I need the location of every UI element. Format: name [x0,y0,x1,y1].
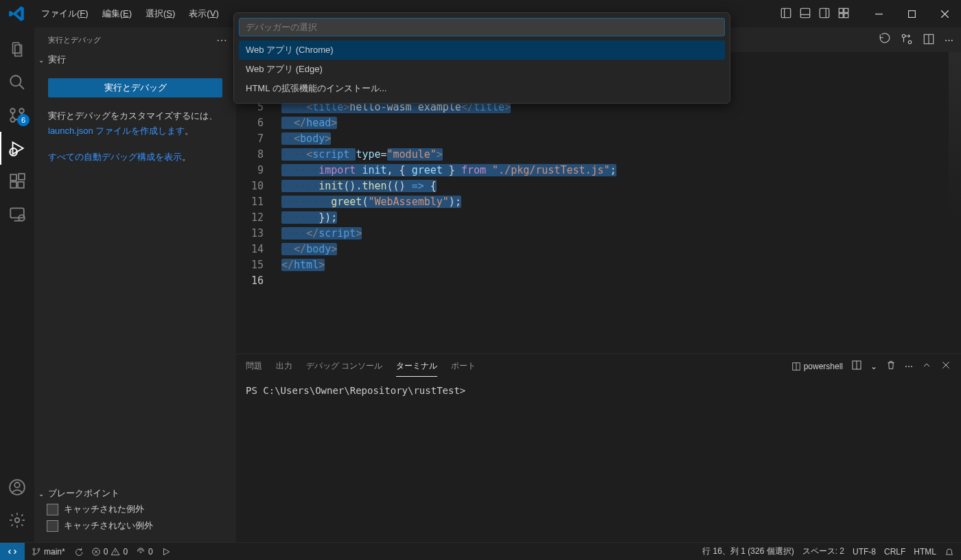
activity-bar: 6 [0,27,34,542]
activity-run-debug[interactable] [0,132,34,165]
breakpoint-caught-exceptions[interactable]: キャッチされた例外 [34,501,236,517]
panel-close-icon[interactable] [940,360,951,373]
layout-panel-icon[interactable] [799,7,811,21]
debugger-option-install-html[interactable]: HTML の拡張機能のインストール... [239,79,725,98]
remote-indicator[interactable] [0,543,25,561]
debugger-option-chrome[interactable]: Web アプリ (Chrome) [239,40,725,60]
svg-point-16 [10,108,15,113]
vscode-logo-icon [0,5,34,23]
status-problems[interactable]: 0 0 [91,547,128,557]
svg-rect-2 [800,8,810,18]
terminal-body[interactable]: PS C:\Users\Owner\Repository\rustTest> [236,378,961,542]
timeline-icon[interactable] [879,33,891,47]
sidebar-more-icon[interactable]: ⋯ [216,34,228,47]
status-spaces[interactable]: スペース: 2 [802,546,844,557]
checkbox-icon[interactable] [47,504,58,515]
close-button[interactable] [928,0,961,27]
show-all-configs-link[interactable]: すべての自動デバッグ構成を表示。 [48,151,222,163]
svg-rect-6 [839,8,843,12]
svg-point-33 [908,40,912,44]
create-launch-json-link[interactable]: launch.json ファイルを作成します [48,126,185,136]
status-encoding[interactable]: UTF-8 [853,547,876,557]
layout-sidebar-left-icon[interactable] [780,7,792,21]
section-breakpoints[interactable]: ⌄ ブレークポイント [34,486,236,501]
svg-line-15 [19,84,24,89]
activity-settings[interactable] [0,504,34,537]
editor-area: ⋯ 2 3 4 5 6 7 8 9 10 11 12 13 14 15 16 <… [236,27,961,542]
svg-point-43 [38,548,40,550]
svg-point-44 [33,553,35,555]
status-run-target[interactable] [161,547,171,557]
layout-sidebar-right-icon[interactable] [818,7,831,21]
svg-point-31 [15,518,20,523]
status-cursor[interactable]: 行 16、列 1 (326 個選択) [702,546,794,557]
activity-extensions[interactable] [0,165,34,198]
panel-tab-output[interactable]: 出力 [276,356,292,376]
new-terminal-chevron-icon[interactable]: ⌄ [870,362,877,371]
breakpoint-label: キャッチされない例外 [64,520,153,532]
compare-changes-icon[interactable] [901,33,913,47]
split-editor-icon[interactable] [923,33,935,47]
svg-rect-11 [908,10,915,17]
menu-view[interactable]: 表示(V) [182,0,225,27]
panel-more-icon[interactable]: ⋯ [905,362,913,371]
svg-point-49 [140,551,141,552]
source-control-badge: 6 [17,114,30,126]
menu-select[interactable]: 選択(S) [139,0,182,27]
activity-source-control[interactable]: 6 [0,99,34,132]
debugger-select-dropdown: Web アプリ (Chrome) Web アプリ (Edge) HTML の拡張… [233,12,730,104]
svg-rect-9 [844,13,848,17]
status-branch[interactable]: main* [32,547,65,557]
panel-tab-debug-console[interactable]: デバッグ コンソール [306,356,382,376]
svg-rect-24 [18,182,24,188]
panel-tab-terminal[interactable]: ターミナル [396,356,437,377]
menu-edit[interactable]: 編集(E) [95,0,139,27]
maximize-button[interactable] [895,0,928,27]
svg-rect-23 [10,182,16,188]
split-terminal-icon[interactable] [851,360,862,373]
minimap[interactable] [949,52,961,217]
run-debug-button[interactable]: 実行とデバッグ [48,78,222,97]
status-language[interactable]: HTML [914,547,936,557]
svg-rect-22 [10,174,16,180]
layout-customize-icon[interactable] [837,7,850,21]
activity-accounts[interactable] [0,471,34,504]
section-run[interactable]: ⌄ 実行 [34,52,236,67]
panel-tab-ports[interactable]: ポート [451,356,476,376]
terminal-shell-name[interactable]: powershell [791,362,843,371]
activity-remote-explorer[interactable] [0,198,34,231]
menu-file[interactable]: ファイル(F) [34,0,95,27]
svg-rect-0 [781,8,791,18]
panel-maximize-icon[interactable] [921,360,932,373]
status-sync[interactable] [73,547,83,557]
chevron-down-icon: ⌄ [38,56,44,64]
terminal-line: PS C:\Users\Owner\Repository\rustTest> [246,385,465,396]
status-notifications-icon[interactable] [945,547,954,557]
status-bar: main* 0 0 0 行 16、列 1 (326 個選択) スペース: 2 U… [0,542,961,560]
svg-point-14 [10,75,21,86]
svg-point-30 [14,482,20,488]
activity-search[interactable] [0,66,34,99]
editor-more-icon[interactable]: ⋯ [945,35,954,45]
svg-rect-26 [10,208,24,218]
debugger-option-edge[interactable]: Web アプリ (Edge) [239,60,725,79]
breakpoint-label: キャッチされた例外 [64,503,144,515]
customize-hint: 実行とデバッグをカスタマイズするには、launch.json ファイルを作成しま… [48,108,222,139]
section-breakpoints-label: ブレークポイント [48,487,119,500]
activity-explorer[interactable] [0,33,34,66]
checkbox-icon[interactable] [47,520,58,532]
kill-terminal-icon[interactable] [885,360,896,373]
status-eol[interactable]: CRLF [884,547,905,557]
svg-rect-25 [19,174,25,180]
debugger-select-input[interactable] [239,18,725,36]
breakpoint-uncaught-exceptions[interactable]: キャッチされない例外 [34,517,236,534]
section-run-label: 実行 [48,54,66,66]
svg-rect-7 [844,8,848,12]
svg-point-18 [10,117,15,122]
status-ports[interactable]: 0 [136,547,153,557]
svg-point-17 [19,108,24,113]
panel-tab-problems[interactable]: 問題 [246,356,262,376]
chevron-down-icon: ⌄ [38,490,44,498]
panel: 問題 出力 デバッグ コンソール ターミナル ポート powershell ⌄ … [236,353,961,542]
minimize-button[interactable] [862,0,895,27]
